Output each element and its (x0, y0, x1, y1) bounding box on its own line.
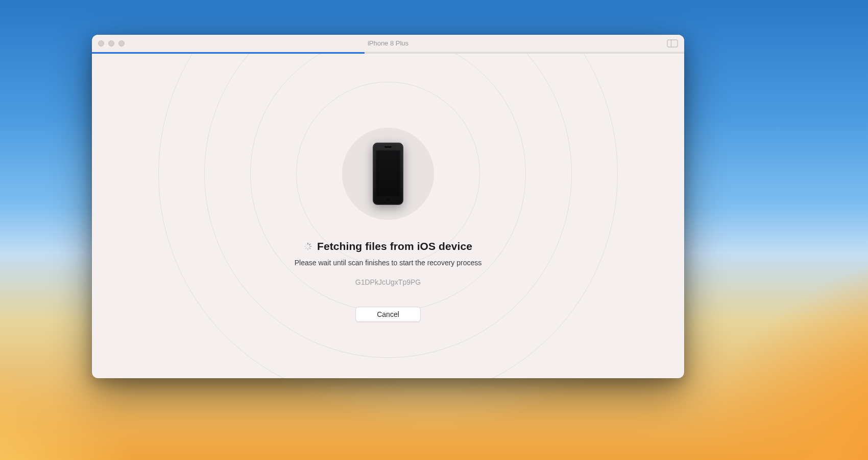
svg-line-9 (305, 244, 306, 245)
traffic-lights (98, 40, 125, 47)
svg-line-5 (309, 248, 310, 249)
window-title: iPhone 8 Plus (92, 39, 684, 47)
cancel-button[interactable]: Cancel (355, 307, 421, 322)
spinner-icon (304, 242, 312, 250)
svg-line-3 (309, 244, 310, 245)
minimize-window-button[interactable] (108, 40, 114, 47)
sidebar-toggle-icon[interactable] (667, 39, 678, 48)
titlebar: iPhone 8 Plus (92, 35, 684, 52)
status-block: Fetching files from iOS device Please wa… (92, 240, 684, 322)
status-heading: Fetching files from iOS device (317, 240, 472, 252)
close-window-button[interactable] (98, 40, 104, 47)
status-subtitle: Please wait until scan finishes to start… (295, 259, 482, 267)
content-area: Fetching files from iOS device Please wa… (92, 54, 684, 378)
device-identifier: G1DPkJcUgxTp9PG (355, 278, 421, 286)
iphone-icon (373, 143, 403, 205)
svg-rect-0 (667, 40, 678, 47)
app-window: iPhone 8 Plus (92, 35, 684, 378)
svg-line-7 (305, 248, 306, 249)
zoom-window-button[interactable] (118, 40, 125, 47)
